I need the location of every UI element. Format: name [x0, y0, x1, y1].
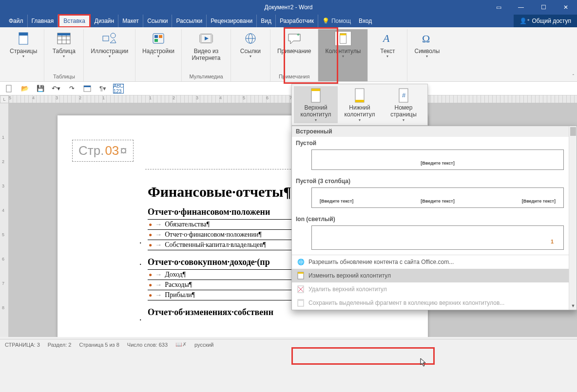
ribbon-display-options[interactable]: ▭	[487, 0, 510, 15]
page-number-icon: #	[395, 87, 412, 104]
svg-rect-17	[211, 34, 212, 43]
vertical-ruler[interactable]: 12345678	[0, 103, 9, 337]
gallery-edit-header[interactable]: Изменить верхний колонтитул	[292, 269, 577, 282]
gallery-save-selection: Сохранить выделенный фрагмент в коллекци…	[292, 296, 577, 310]
gallery-item-ion[interactable]: 1	[311, 225, 564, 250]
tab-design[interactable]: Дизайн	[91, 15, 118, 27]
qat-open-icon[interactable]: 📂	[19, 84, 30, 93]
proofing-icon[interactable]: 📖✗	[175, 341, 187, 348]
tab-layout[interactable]: Макет	[118, 15, 143, 27]
page-number-button[interactable]: # Номер страницы▾	[382, 86, 425, 123]
text-button[interactable]: A Текст ▾	[373, 30, 402, 59]
svg-rect-28	[84, 86, 91, 87]
header-page-number: 03	[105, 143, 119, 158]
links-button[interactable]: Ссылки ▾	[236, 30, 265, 59]
svg-rect-8	[103, 36, 109, 41]
group-multimedia: Мультимедиа	[189, 74, 223, 80]
annotation-highlight-edit-header	[291, 347, 435, 365]
svg-point-9	[111, 33, 115, 38]
qat-styles-icon[interactable]	[82, 84, 93, 93]
chevron-down-icon: ▾	[250, 55, 251, 58]
item-label: Обязательства¶	[165, 221, 210, 228]
header-label: Верхний колонтитул	[295, 104, 337, 118]
tab-view[interactable]: Вид	[257, 15, 276, 27]
bulb-icon: 💡	[322, 18, 329, 24]
scroll-thumb[interactable]	[570, 127, 576, 136]
tab-mailings[interactable]: Рассылки	[172, 15, 207, 27]
tab-review[interactable]: Рецензировани	[207, 15, 257, 27]
share-button[interactable]: 👤⁺ Общий доступ	[514, 15, 577, 27]
statusbar: СТРАНИЦА: 3 Раздел: 2 Страница 5 из 8 Чи…	[0, 339, 577, 350]
ruler-corner: L	[0, 95, 9, 103]
tab-insert[interactable]: Вставка	[58, 14, 91, 28]
tab-developer[interactable]: Разработчик	[276, 15, 318, 27]
addins-button[interactable]: Надстройки ▾	[140, 30, 176, 59]
footer-label: Нижний колонтитул	[339, 104, 381, 118]
symbols-button[interactable]: Ω Символы ▾	[412, 30, 442, 59]
horizontal-ruler[interactable]: L 543211234567	[0, 95, 577, 103]
qat-undo-icon[interactable]: ↶▾	[51, 84, 61, 93]
item-label: Доход¶	[165, 271, 186, 279]
status-section[interactable]: Раздел: 2	[48, 342, 72, 348]
maximize-button[interactable]: ☐	[532, 0, 555, 15]
edit-header-label: Изменить верхний колонтитул	[308, 272, 391, 279]
minimize-button[interactable]: —	[510, 0, 532, 15]
svg-rect-12	[159, 35, 162, 38]
comment-label: Примечание	[277, 48, 311, 55]
headers-footers-button[interactable]: Колонтитулы ▾	[323, 30, 363, 59]
chevron-down-icon: ▾	[63, 55, 65, 58]
table-button[interactable]: Таблица ▾	[49, 30, 78, 59]
comment-button[interactable]: + Примечание	[275, 30, 313, 56]
allow-update-label: Разрешить обновление контента с сайта Of…	[308, 259, 454, 265]
item-label: Расходы¶	[165, 281, 192, 289]
tab-references[interactable]: Ссылки	[143, 15, 172, 27]
placeholder-text: [Введите текст]	[421, 161, 454, 166]
close-button[interactable]: ✕	[555, 0, 577, 15]
header-gallery: ▲ ▼ Встроенный Пустой [Введите текст] Пу…	[291, 126, 577, 310]
illustrations-icon	[101, 31, 118, 46]
symbols-label: Символы	[415, 48, 440, 55]
share-icon: 👤⁺	[519, 18, 530, 24]
collapse-ribbon-icon[interactable]: ˆ	[573, 74, 574, 79]
footer-button[interactable]: Нижний колонтитул▾	[338, 86, 382, 123]
header-button[interactable]: Верхний колонтитул▾	[294, 86, 338, 123]
qat-save-icon[interactable]: 💾	[35, 84, 46, 93]
svg-rect-41	[298, 299, 304, 301]
svg-rect-11	[154, 35, 158, 38]
gallery-item-blank[interactable]: [Введите текст]	[311, 149, 564, 170]
save-selection-label: Сохранить выделенный фрагмент в коллекци…	[308, 299, 504, 306]
tab-home[interactable]: Главная	[28, 15, 58, 27]
gallery-allow-update[interactable]: 🌐 Разрешить обновление контента с сайта …	[292, 255, 577, 269]
chevron-down-icon: ▾	[386, 55, 388, 58]
gallery-builtin-heading: Встроенный	[292, 126, 577, 137]
pages-button[interactable]: Страницы ▾	[8, 30, 39, 59]
tab-file[interactable]: Файл	[5, 15, 28, 27]
header-field[interactable]: Стр. 03 ¤	[72, 140, 134, 162]
qat-new-icon[interactable]	[4, 84, 15, 93]
qat-spelling-icon[interactable]: ABC123	[113, 84, 124, 93]
tell-me[interactable]: 💡 Помощ	[318, 15, 355, 27]
svg-rect-16	[200, 34, 202, 43]
scroll-down-icon[interactable]: ▼	[569, 302, 577, 310]
pages-icon	[15, 31, 32, 46]
svg-text:#: #	[402, 92, 406, 99]
comment-icon: +	[286, 31, 303, 46]
status-page[interactable]: СТРАНИЦА: 3	[5, 342, 40, 348]
qat-para-icon[interactable]: ¶▾	[97, 84, 108, 93]
globe-icon: 🌐	[297, 258, 305, 266]
status-page-of[interactable]: Страница 5 из 8	[79, 342, 119, 348]
status-words[interactable]: Число слов: 633	[127, 342, 168, 348]
online-video-button[interactable]: Видео из Интернета	[187, 30, 226, 62]
gallery-item-blank3[interactable]: [Введите текст] [Введите текст] [Введите…	[311, 187, 564, 208]
login-link[interactable]: Вход	[355, 15, 376, 27]
chevron-down-icon: ▾	[109, 55, 111, 58]
qat-redo-icon[interactable]: ↷	[66, 84, 77, 93]
illustrations-label: Иллюстрации	[91, 48, 128, 55]
status-language[interactable]: русский	[194, 342, 213, 348]
item-label: Собственный·капитал·владельцев¶	[165, 241, 266, 249]
gallery-scrollbar[interactable]: ▲ ▼	[569, 126, 577, 310]
addins-label: Надстройки	[142, 48, 174, 55]
svg-rect-26	[6, 85, 11, 92]
group-tables: Таблицы	[53, 74, 75, 80]
illustrations-button[interactable]: Иллюстрации ▾	[89, 30, 130, 59]
